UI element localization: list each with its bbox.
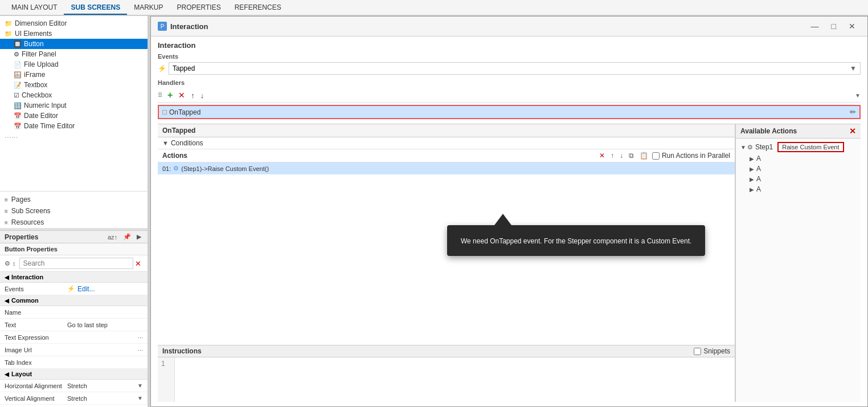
sidebar-item-numeric-input[interactable]: 🔢 Numeric Input <box>0 100 148 111</box>
numeric-icon: 🔢 <box>14 102 22 109</box>
move-down-handler-btn[interactable]: ↓ <box>199 91 206 100</box>
interaction-section-title: Interaction <box>158 41 861 50</box>
sidebar-nav-sub-screens[interactable]: ≡ Sub Screens <box>0 205 148 217</box>
close-btn[interactable]: ✕ <box>844 20 861 32</box>
action-delete-btn[interactable]: ✕ <box>597 151 607 160</box>
hamburger-icon: ≡ <box>5 208 8 214</box>
handler-collapse-icon <box>162 110 167 115</box>
name-label: Name <box>5 309 67 316</box>
delete-handler-btn[interactable]: ✕ <box>177 90 187 100</box>
collapse-sidebar-btn[interactable]: ▶ <box>135 233 143 241</box>
layout-section-header[interactable]: ◀ Layout <box>0 369 148 380</box>
handlers-sub-label: Handlers <box>158 79 861 86</box>
image-url-dots[interactable]: ··· <box>138 347 143 353</box>
sidebar-item-date-editor[interactable]: 📅 Date Editor <box>0 111 148 121</box>
dialog-controls: — □ ✕ <box>806 20 861 32</box>
common-section-header[interactable]: ◀ Common <box>0 295 148 306</box>
file-icon: 📄 <box>14 61 22 68</box>
prop-text-expression-row: Text Expression ··· <box>0 331 148 344</box>
dialog-icon: P <box>158 22 167 31</box>
action-row-1[interactable]: 01: ⚙ (Step1)->Raise Custom Event() <box>158 162 735 174</box>
sidebar-item-label: Dimension Editor <box>15 19 67 27</box>
action-copy-btn[interactable]: ⧉ <box>627 151 636 160</box>
interaction-section-header[interactable]: ◀ Interaction <box>0 272 148 283</box>
content-area: P Interaction — □ ✕ Interaction Events ⚡ <box>150 16 868 407</box>
tab-main-layout[interactable]: MAIN LAYOUT <box>5 1 64 15</box>
tab-properties[interactable]: PROPERTIES <box>170 1 228 15</box>
filter-icon: ⚙ <box>14 51 19 58</box>
sidebar-item-datetime-editor[interactable]: 📅 Date Time Editor <box>0 121 148 131</box>
sidebar-item-button[interactable]: 🔲 Button <box>0 39 148 49</box>
button-properties-title: Button Properties <box>0 243 148 255</box>
collapse-handler-btn[interactable]: ▼ <box>855 92 861 99</box>
event-dropdown[interactable]: Tapped ▼ <box>169 62 861 75</box>
minimize-btn[interactable]: — <box>806 20 824 32</box>
sidebar-nav-resources[interactable]: ≡ Resources <box>0 217 148 228</box>
events-edit-link[interactable]: ⚡ Edit... <box>67 285 143 293</box>
actions-tree-a-2[interactable]: ▶ A <box>736 164 861 174</box>
line-numbers: 1 <box>158 357 175 402</box>
properties-header: Properties az↑ 📌 ▶ <box>0 231 148 243</box>
action-down-btn[interactable]: ↓ <box>618 151 625 160</box>
action-up-btn[interactable]: ↑ <box>609 151 616 160</box>
text-label: Text <box>5 321 67 328</box>
actions-tree-a-1[interactable]: ▶ A <box>736 153 861 164</box>
event-lightning-icon: ⚡ <box>158 64 166 72</box>
sort-alpha-btn[interactable]: az↑ <box>106 233 119 241</box>
step1-icon: ⚙ <box>747 144 753 151</box>
pin-btn[interactable]: 📌 <box>121 233 133 241</box>
sidebar-item-ui-elements[interactable]: 📁 UI Elements <box>0 29 148 39</box>
horiz-align-value: Stretch <box>67 382 136 389</box>
search-clear-btn[interactable]: ✕ <box>133 259 143 268</box>
nav-resources-label: Resources <box>11 218 44 226</box>
instructions-header: Instructions Snippets <box>158 345 735 357</box>
actions-section: Actions ✕ ↑ ↓ ⧉ 📋 Run Actions in Paralle… <box>158 149 735 174</box>
maximize-btn[interactable]: □ <box>826 20 841 32</box>
sort-icon: ⚙ <box>5 260 10 267</box>
text-value: Go to last step <box>67 321 143 328</box>
tooltip-overlay: We need OnTapped event. For the Stepper … <box>447 225 705 256</box>
section-arrow-icon: ◀ <box>5 298 9 304</box>
conditions-chevron-icon[interactable]: ▼ <box>162 140 169 146</box>
snippets-checkbox[interactable] <box>694 348 701 355</box>
sidebar-tree: 📁 Dimension Editor 📁 UI Elements 🔲 Butto… <box>0 16 148 189</box>
action-paste-btn[interactable]: 📋 <box>638 151 650 160</box>
interaction-content: OnTapped ▼ Conditions Actions ✕ <box>158 124 735 402</box>
handler-edit-btn[interactable]: ✏ <box>850 108 856 116</box>
handler-item-ontapped[interactable]: OnTapped ✏ <box>158 105 861 119</box>
sidebar-item-label: Filter Panel <box>22 50 56 58</box>
checkbox-icon: ☑ <box>14 92 19 99</box>
sidebar-item-checkbox[interactable]: ☑ Checkbox <box>0 90 148 100</box>
instructions-title: Instructions <box>162 347 694 355</box>
sidebar-item-dimension-editor[interactable]: 📁 Dimension Editor <box>0 18 148 29</box>
tab-sub-screens[interactable]: SUB SCREENS <box>64 1 127 15</box>
search-input[interactable] <box>19 258 134 269</box>
actions-tree-a-3[interactable]: ▶ A <box>736 174 861 184</box>
tab-references[interactable]: REFERENCES <box>228 1 288 15</box>
sidebar-item-filter-panel[interactable]: ⚙ Filter Panel <box>0 49 148 59</box>
sidebar-nav-pages[interactable]: ≡ Pages <box>0 194 148 205</box>
actions-tree-a-4[interactable]: ▶ A <box>736 184 861 194</box>
instructions-section: Instructions Snippets 1 <box>158 345 735 402</box>
sidebar-item-iframe[interactable]: 🪟 iFrame <box>0 70 148 80</box>
raise-custom-event-btn[interactable]: Raise Custom Event <box>777 142 844 152</box>
prop-text-row: Text Go to last step <box>0 319 148 331</box>
a2-label: A <box>756 165 761 173</box>
tab-markup[interactable]: MARKUP <box>127 1 170 15</box>
available-actions-close-btn[interactable]: ✕ <box>849 127 856 136</box>
events-sub-label: Events <box>158 53 861 60</box>
add-handler-btn[interactable]: + <box>166 89 174 101</box>
hamburger-icon: ≡ <box>5 219 8 226</box>
handlers-section: ⠿ + ✕ ↑ ↓ ▼ OnTapped ✏ <box>158 88 861 119</box>
move-up-handler-btn[interactable]: ↑ <box>189 91 196 100</box>
instructions-editor[interactable] <box>175 357 735 402</box>
snippets-label: Snippets <box>703 347 730 355</box>
sidebar-item-file-upload[interactable]: 📄 File Upload <box>0 59 148 70</box>
image-url-label: Image Url <box>5 347 67 353</box>
textbox-icon: 📝 <box>14 82 22 89</box>
text-expression-dots[interactable]: ··· <box>138 334 143 341</box>
run-parallel-checkbox[interactable] <box>652 152 660 160</box>
a3-arrow-icon: ▶ <box>750 176 754 182</box>
sidebar-item-textbox[interactable]: 📝 Textbox <box>0 80 148 90</box>
interaction-section-label: Interaction <box>11 274 43 280</box>
